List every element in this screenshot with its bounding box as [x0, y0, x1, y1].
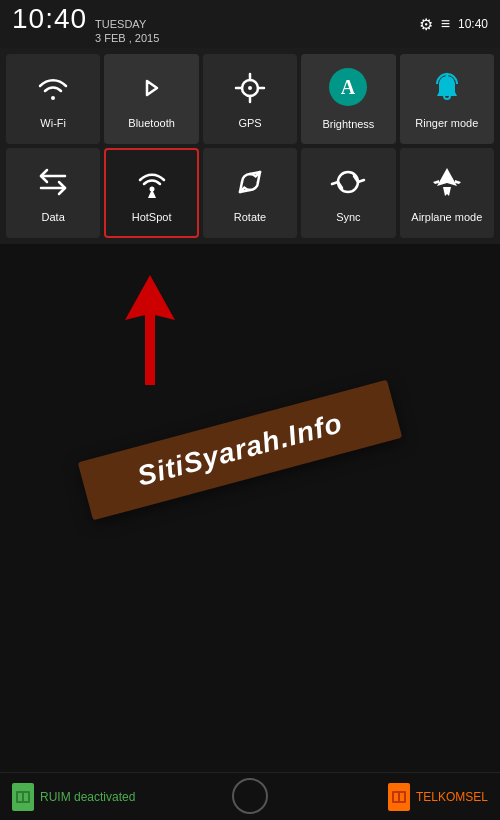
airplane-tile[interactable]: Airplane mode	[400, 148, 494, 238]
rotate-tile[interactable]: Rotate	[203, 148, 297, 238]
time-display: 10:40	[12, 3, 87, 35]
svg-rect-15	[24, 793, 28, 801]
brightness-label: Brightness	[322, 118, 374, 131]
sim2-label: TELKOMSEL	[416, 790, 488, 804]
status-left: 10:40 TUESDAY 3 FEB , 2015	[12, 3, 159, 46]
watermark: SitiSyarah.Info	[78, 380, 403, 521]
svg-rect-14	[18, 793, 22, 801]
date: 3 FEB , 2015	[95, 31, 159, 45]
gps-icon	[232, 70, 268, 111]
sim1-icon	[12, 783, 34, 811]
svg-rect-18	[394, 793, 398, 801]
data-tile[interactable]: Data	[6, 148, 100, 238]
brightness-bg: A	[329, 68, 367, 106]
status-right: ⚙ ≡ 10:40	[419, 15, 488, 34]
sync-label: Sync	[336, 211, 360, 224]
bluetooth-icon	[134, 70, 170, 111]
bluetooth-tile[interactable]: Bluetooth	[104, 54, 198, 144]
status-bar: 10:40 TUESDAY 3 FEB , 2015 ⚙ ≡ 10:40	[0, 0, 500, 48]
svg-marker-11	[125, 275, 175, 385]
gps-tile[interactable]: GPS	[203, 54, 297, 144]
sim2-icon	[388, 783, 410, 811]
hotspot-tile[interactable]: HotSpot	[104, 148, 198, 238]
battery-time: 10:40	[458, 17, 488, 31]
home-button[interactable]	[232, 778, 268, 814]
settings-icon[interactable]: ⚙	[419, 15, 433, 34]
svg-point-1	[248, 86, 252, 90]
ringer-icon	[429, 70, 465, 111]
airplane-label: Airplane mode	[411, 211, 482, 224]
sync-icon	[330, 164, 366, 205]
day-of-week: TUESDAY	[95, 17, 159, 31]
ringer-label: Ringer mode	[415, 117, 478, 130]
sim1-info: RUIM deactivated	[12, 783, 135, 811]
brightness-icon: A	[329, 68, 367, 112]
quick-settings-panel: Wi-Fi Bluetooth	[0, 48, 500, 244]
bottom-bar: RUIM deactivated TELKOMSEL	[0, 772, 500, 820]
sim2-info: TELKOMSEL	[388, 783, 488, 811]
red-arrow	[110, 265, 190, 395]
svg-rect-19	[400, 793, 404, 801]
quick-settings-grid: Wi-Fi Bluetooth	[0, 48, 500, 244]
hotspot-label: HotSpot	[132, 211, 172, 224]
sim1-label: RUIM deactivated	[40, 790, 135, 804]
date-display: TUESDAY 3 FEB , 2015	[95, 17, 159, 46]
sync-tile[interactable]: Sync	[301, 148, 395, 238]
data-icon	[35, 164, 71, 205]
rotate-label: Rotate	[234, 211, 266, 224]
brightness-tile[interactable]: A Brightness	[301, 54, 395, 144]
wifi-label: Wi-Fi	[40, 117, 66, 130]
svg-text:A: A	[341, 76, 356, 98]
bluetooth-label: Bluetooth	[128, 117, 174, 130]
ringer-tile[interactable]: Ringer mode	[400, 54, 494, 144]
wifi-icon	[35, 70, 71, 111]
wifi-tile[interactable]: Wi-Fi	[6, 54, 100, 144]
signal-icon: ≡	[441, 15, 450, 33]
gps-label: GPS	[238, 117, 261, 130]
hotspot-icon	[134, 164, 170, 205]
data-label: Data	[42, 211, 65, 224]
airplane-icon	[429, 164, 465, 205]
rotate-icon	[232, 164, 268, 205]
